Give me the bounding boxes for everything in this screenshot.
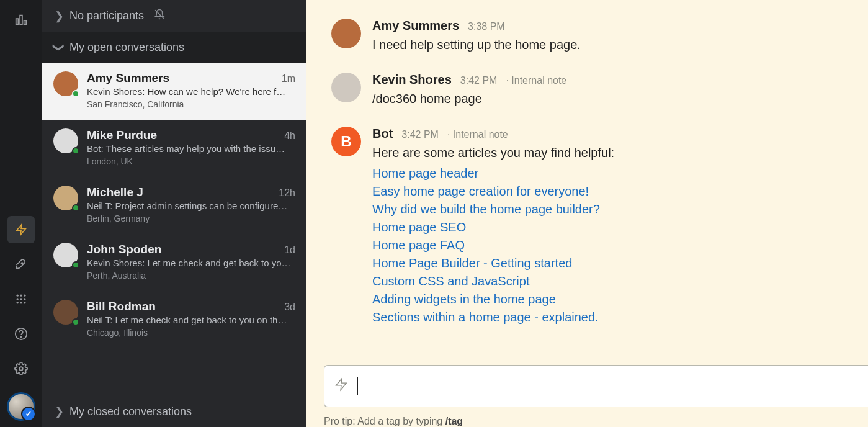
article-link[interactable]: Custom CSS and JavaScript <box>372 272 843 290</box>
svg-point-5 <box>17 295 19 297</box>
text-caret <box>357 377 358 395</box>
svg-point-7 <box>24 295 25 297</box>
section-label: My open conversations <box>69 41 184 54</box>
conversation-time: 4h <box>284 130 295 142</box>
message-time: 3:42 PM <box>401 129 439 140</box>
message: Amy Summers 3:38 PM I need help setting … <box>331 19 843 54</box>
article-link[interactable]: Home page header <box>372 164 843 182</box>
conversation-item[interactable]: John Spoden 1d Kevin Shores: Let me chec… <box>42 234 306 291</box>
svg-point-15 <box>20 337 22 338</box>
message-composer[interactable] <box>324 365 868 407</box>
svg-rect-2 <box>24 20 27 24</box>
conversation-preview: Bot: These articles may help you with th… <box>87 143 295 154</box>
article-link[interactable]: Adding widgets in the home page <box>372 290 843 308</box>
section-my-open[interactable]: ❯ My open conversations <box>42 32 306 63</box>
avatar <box>53 128 78 153</box>
message-time: 3:38 PM <box>468 21 505 32</box>
conversation-preview: Neil T: Project admin settings can be co… <box>87 200 295 211</box>
conversation-name: Michelle J <box>87 186 143 199</box>
article-link[interactable]: Home page FAQ <box>372 236 843 254</box>
svg-point-16 <box>19 367 23 371</box>
message-author: Bot <box>372 127 393 141</box>
conversation-location: Chicago, Illinois <box>87 328 295 338</box>
svg-point-10 <box>24 298 25 300</box>
article-links: Home page headerEasy home page creation … <box>372 164 843 326</box>
conversation-time: 3d <box>284 302 295 313</box>
conversation-name: Amy Summers <box>87 71 169 85</box>
svg-point-11 <box>17 302 19 303</box>
conversation-item[interactable]: Amy Summers 1m Kevin Shores: How can we … <box>42 63 306 120</box>
svg-point-8 <box>17 298 19 300</box>
presence-indicator <box>72 147 79 155</box>
pro-tip: Pro tip: Add a tag by typing /tag <box>306 411 868 427</box>
message-avatar <box>331 73 361 102</box>
avatar <box>53 186 78 210</box>
message: B Bot 3:42 PM Internal note Here are som… <box>331 127 843 326</box>
pro-tip-text: Pro tip: Add a tag by typing <box>324 416 445 426</box>
avatar <box>53 243 78 267</box>
section-label: My closed conversations <box>69 405 192 418</box>
chevron-down-icon: ❯ <box>52 43 66 52</box>
chat-pane: Amy Summers 3:38 PM I need help setting … <box>306 0 868 427</box>
conversation-item[interactable]: Bill Rodman 3d Neil T: Let me check and … <box>42 291 306 348</box>
message-text: Here are some articles you may find help… <box>372 143 843 162</box>
svg-marker-18 <box>336 379 347 390</box>
bolt-icon[interactable] <box>7 216 35 243</box>
conversation-location: Perth, Australia <box>87 271 295 281</box>
presence-indicator <box>72 318 79 326</box>
conversation-item[interactable]: Mike Purdue 4h Bot: These articles may h… <box>42 120 306 177</box>
article-link[interactable]: Why did we build the home page builder? <box>372 200 843 218</box>
svg-point-4 <box>21 263 23 264</box>
presence-indicator <box>72 261 79 269</box>
rocket-icon[interactable] <box>7 251 35 278</box>
svg-marker-3 <box>17 225 26 235</box>
conversation-name: John Spoden <box>87 243 161 256</box>
conversation-location: San Francisco, California <box>87 99 295 109</box>
message-list: Amy Summers 3:38 PM I need help setting … <box>306 0 868 365</box>
svg-point-13 <box>24 302 25 303</box>
chevron-right-icon: ❯ <box>55 9 63 23</box>
internal-note-label: Internal note <box>506 75 566 86</box>
current-user-avatar[interactable] <box>7 392 35 421</box>
conversation-preview: Kevin Shores: Let me check and get back … <box>87 258 295 268</box>
chevron-right-icon: ❯ <box>55 405 63 418</box>
presence-indicator <box>72 204 79 212</box>
article-link[interactable]: Home page SEO <box>372 218 843 236</box>
apps-grid-icon[interactable] <box>7 285 35 313</box>
conversation-time: 1m <box>282 73 295 84</box>
pro-tip-cmd: /tag <box>445 416 463 426</box>
conversation-location: Berlin, Germany <box>87 214 295 223</box>
avatar <box>53 300 78 325</box>
bolt-icon[interactable] <box>334 376 348 396</box>
conversation-time: 12h <box>279 187 295 199</box>
message-avatar <box>331 19 361 48</box>
conversation-list: Amy Summers 1m Kevin Shores: How can we … <box>42 63 306 396</box>
settings-gear-icon[interactable] <box>7 355 35 382</box>
article-link[interactable]: Home Page Builder - Getting started <box>372 254 843 272</box>
message-avatar: B <box>331 127 361 156</box>
article-link[interactable]: Easy home page creation for everyone! <box>372 182 843 200</box>
svg-point-6 <box>20 295 22 297</box>
section-label: No participants <box>69 9 144 22</box>
conversation-item[interactable]: Michelle J 12h Neil T: Project admin set… <box>42 177 306 234</box>
conversation-sidebar: ❯ No participants ❯ My open conversation… <box>42 0 306 427</box>
article-link[interactable]: Sections within a home page - explained. <box>372 308 843 326</box>
svg-rect-0 <box>16 19 19 24</box>
internal-note-label: Internal note <box>447 129 508 140</box>
conversation-preview: Neil T: Let me check and get back to you… <box>87 315 295 325</box>
message-author: Amy Summers <box>372 19 459 33</box>
section-my-closed[interactable]: ❯ My closed conversations <box>42 396 306 427</box>
bell-off-icon <box>154 9 165 23</box>
conversation-time: 1d <box>284 245 295 256</box>
section-no-participants[interactable]: ❯ No participants <box>42 0 306 32</box>
help-icon[interactable] <box>7 320 35 348</box>
nav-rail <box>0 0 42 427</box>
svg-point-12 <box>20 302 22 303</box>
svg-rect-1 <box>20 16 22 25</box>
conversation-location: London, UK <box>87 156 295 166</box>
message-author: Kevin Shores <box>372 73 452 87</box>
analytics-icon[interactable] <box>7 6 35 34</box>
avatar <box>53 71 78 96</box>
conversation-name: Mike Purdue <box>87 128 157 142</box>
message: Kevin Shores 3:42 PM Internal note /doc3… <box>331 73 843 108</box>
